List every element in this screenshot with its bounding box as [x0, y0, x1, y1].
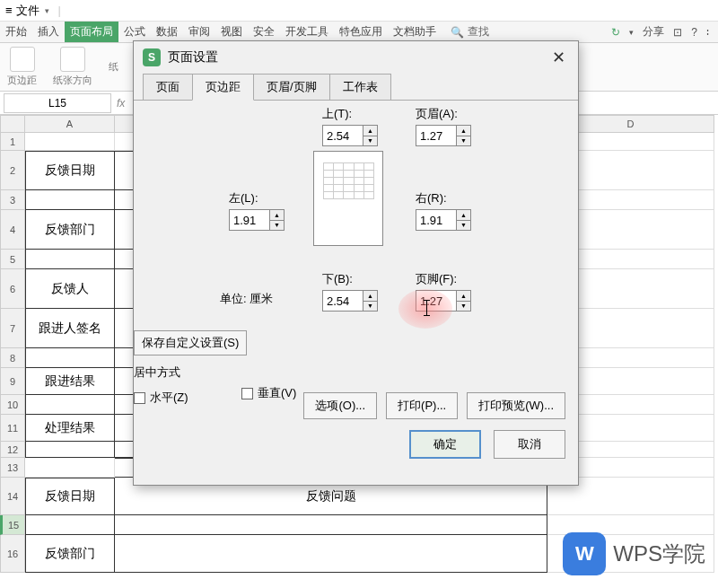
- vertical-checkbox[interactable]: 垂直(V): [241, 385, 296, 401]
- cell-a[interactable]: 反馈日期: [25, 151, 115, 190]
- fx-icon[interactable]: fx: [117, 97, 125, 110]
- tab-4[interactable]: 数据: [151, 22, 183, 42]
- row-header[interactable]: 14: [0, 478, 25, 515]
- row-header[interactable]: 7: [0, 309, 25, 348]
- tab-5[interactable]: 审阅: [183, 22, 215, 42]
- row-header[interactable]: 2: [0, 151, 25, 190]
- cell-a[interactable]: [25, 190, 115, 210]
- row-header[interactable]: 10: [0, 395, 25, 415]
- options-button[interactable]: 选项(O)...: [303, 392, 377, 419]
- spin-up-icon[interactable]: ▲: [457, 210, 470, 221]
- close-button[interactable]: ✕: [548, 48, 569, 67]
- cell-a[interactable]: [25, 348, 115, 368]
- paper-group[interactable]: 纸: [109, 60, 118, 74]
- cell-a[interactable]: [25, 458, 115, 478]
- margins-group[interactable]: 页边距: [7, 47, 37, 87]
- wps-logo-text: WPS学院: [613, 540, 705, 568]
- bottom-input[interactable]: [323, 291, 363, 311]
- spin-down-icon[interactable]: ▼: [363, 136, 377, 146]
- cell-a[interactable]: 处理结果: [25, 415, 115, 442]
- cell-a[interactable]: 反馈日期: [25, 478, 115, 515]
- tab-1[interactable]: 插入: [32, 22, 65, 42]
- horizontal-checkbox[interactable]: 水平(Z): [134, 390, 188, 406]
- row-header[interactable]: 6: [0, 269, 25, 309]
- file-menu[interactable]: 文件: [16, 3, 39, 19]
- spin-down-icon[interactable]: ▼: [270, 221, 284, 231]
- tab-0[interactable]: 开始: [0, 22, 32, 42]
- footer-input[interactable]: [416, 291, 456, 311]
- left-input[interactable]: [230, 210, 269, 230]
- tab-2[interactable]: 页面布局: [65, 22, 118, 42]
- dialog-tab-3[interactable]: 工作表: [329, 74, 391, 101]
- save-custom-button[interactable]: 保存自定义设置(S): [134, 330, 247, 355]
- cancel-button[interactable]: 取消: [494, 430, 565, 459]
- col-header-a[interactable]: A: [25, 115, 115, 133]
- cell-a[interactable]: 反馈人: [25, 269, 115, 309]
- cell-a[interactable]: 跟进结果: [25, 368, 115, 395]
- dialog-tab-0[interactable]: 页面: [143, 74, 193, 101]
- spin-up-icon[interactable]: ▲: [457, 126, 470, 136]
- spin-up-icon[interactable]: ▲: [363, 126, 377, 136]
- cell-a[interactable]: [25, 515, 115, 535]
- print-button[interactable]: 打印(P)...: [386, 392, 458, 419]
- right-spinner[interactable]: ▲▼: [416, 209, 471, 231]
- print-preview-button[interactable]: 打印预览(W)...: [467, 392, 565, 419]
- cell-a[interactable]: 反馈部门: [25, 210, 115, 250]
- ok-button[interactable]: 确定: [409, 430, 481, 459]
- spin-up-icon[interactable]: ▲: [270, 210, 284, 221]
- file-dropdown-icon[interactable]: ▾: [45, 6, 49, 15]
- search-area[interactable]: 🔍 查找: [451, 24, 489, 39]
- row-header[interactable]: 15: [0, 515, 25, 535]
- row-header[interactable]: 4: [0, 210, 25, 250]
- name-box[interactable]: L15: [4, 93, 111, 113]
- cell-a[interactable]: [25, 250, 115, 269]
- spin-down-icon[interactable]: ▼: [363, 302, 377, 312]
- cell-a[interactable]: 跟进人签名: [25, 309, 115, 348]
- top-input[interactable]: [323, 126, 363, 145]
- spin-down-icon[interactable]: ▼: [457, 136, 470, 146]
- header-input[interactable]: [416, 126, 456, 145]
- top-spinner[interactable]: ▲▼: [322, 125, 378, 146]
- row-header[interactable]: 9: [0, 368, 25, 395]
- spin-up-icon[interactable]: ▲: [363, 291, 377, 302]
- row-header[interactable]: 11: [0, 415, 25, 442]
- orientation-group[interactable]: 纸张方向: [53, 47, 92, 87]
- share-button[interactable]: 分享: [643, 24, 664, 39]
- dialog-tab-2[interactable]: 页眉/页脚: [253, 74, 330, 101]
- select-all-corner[interactable]: [0, 115, 25, 133]
- row-header[interactable]: 5: [0, 250, 25, 269]
- caret-icon[interactable]: ∶: [706, 26, 709, 39]
- row-header[interactable]: 1: [0, 133, 25, 151]
- row-header[interactable]: 8: [0, 348, 25, 368]
- tab-8[interactable]: 开发工具: [280, 22, 334, 42]
- row-header[interactable]: 12: [0, 442, 25, 458]
- tab-3[interactable]: 公式: [118, 22, 151, 42]
- hamburger-icon[interactable]: ≡: [5, 4, 13, 17]
- cell-bc[interactable]: [115, 515, 547, 535]
- tab-9[interactable]: 特色应用: [334, 22, 388, 42]
- cell-a[interactable]: [25, 442, 115, 458]
- header-spinner[interactable]: ▲▼: [416, 125, 471, 146]
- sync-dropdown-icon[interactable]: ▾: [629, 28, 634, 37]
- cell-a[interactable]: [25, 395, 115, 415]
- dialog-tab-1[interactable]: 页边距: [192, 74, 254, 101]
- right-input[interactable]: [416, 210, 456, 230]
- user-icon[interactable]: ⊡: [673, 26, 682, 39]
- tab-10[interactable]: 文档助手: [388, 22, 442, 42]
- left-spinner[interactable]: ▲▼: [229, 209, 285, 231]
- row-header[interactable]: 16: [0, 535, 25, 573]
- cell-a[interactable]: 反馈部门: [25, 535, 115, 573]
- footer-spinner[interactable]: ▲▼: [416, 290, 471, 312]
- help-icon[interactable]: ?: [691, 26, 697, 39]
- cell-bc[interactable]: [115, 535, 547, 573]
- sync-icon[interactable]: ↻: [611, 26, 620, 39]
- spin-down-icon[interactable]: ▼: [457, 302, 470, 312]
- row-header[interactable]: 13: [0, 458, 25, 478]
- spin-down-icon[interactable]: ▼: [457, 221, 470, 231]
- bottom-spinner[interactable]: ▲▼: [322, 290, 378, 312]
- tab-7[interactable]: 安全: [248, 22, 280, 42]
- cell-a[interactable]: [25, 133, 115, 151]
- row-header[interactable]: 3: [0, 190, 25, 210]
- tab-6[interactable]: 视图: [215, 22, 248, 42]
- spin-up-icon[interactable]: ▲: [457, 291, 470, 302]
